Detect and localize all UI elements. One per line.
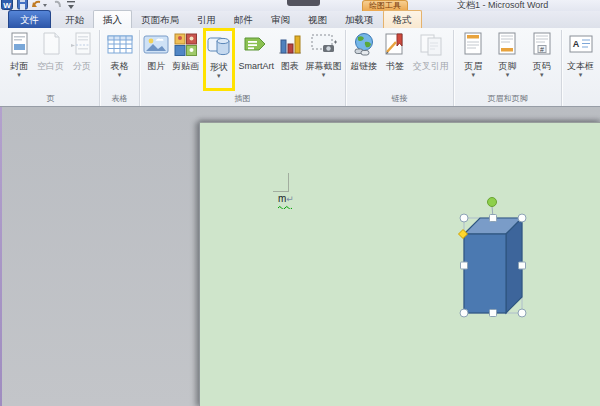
screenshot-icon [310, 32, 338, 59]
tab-page-layout[interactable]: 页面布局 [132, 11, 188, 28]
grammar-squiggle [278, 205, 292, 209]
cover-page-icon [7, 32, 31, 59]
page-break-icon [70, 32, 94, 59]
svg-text:W: W [3, 1, 11, 10]
ribbon: 封面 ▾ 空白页 . [0, 28, 600, 107]
paragraph-mark: ↵ [286, 194, 294, 204]
margin-crop-mark-vertical [288, 173, 289, 191]
cross-reference-button[interactable]: 交叉引用 . [413, 30, 449, 78]
ribbon-tab-row: 文件 开始 插入 页面布局 引用 邮件 审阅 视图 加载项 格式 [0, 11, 600, 28]
clip-art-icon [173, 32, 199, 59]
document-page[interactable]: m↵ [199, 122, 600, 406]
table-button[interactable]: 表格 ▾ [106, 30, 134, 78]
ribbon-group-text: A 文本框 ▾ 文档部件 [562, 30, 600, 106]
smartart-button[interactable]: SmartArt . [239, 30, 275, 78]
text-box-icon: A [568, 32, 594, 59]
blank-page-icon [39, 32, 63, 59]
customize-qat-icon[interactable] [66, 0, 76, 10]
bookmark-button[interactable]: 书签 . [382, 30, 408, 78]
chevron-down-icon: ▾ [118, 72, 122, 78]
footer-button[interactable]: 页脚 ▾ [495, 30, 519, 78]
group-label-header-footer: 页眉和页脚 [456, 92, 559, 106]
header-button[interactable]: 页眉 ▾ [461, 30, 485, 78]
tab-home[interactable]: 开始 [56, 11, 93, 28]
group-label-tables: 表格 [102, 92, 137, 106]
undo-icon[interactable] [32, 0, 48, 10]
page-number-icon: # [530, 32, 554, 59]
smartart-icon [243, 32, 269, 59]
group-label-illustrations: 插图 [142, 92, 343, 106]
blank-page-button[interactable]: 空白页 . [37, 30, 64, 78]
text-box-button[interactable]: A 文本框 ▾ [567, 30, 594, 78]
chart-icon [277, 32, 303, 59]
redo-icon[interactable] [52, 0, 62, 10]
save-icon[interactable] [17, 0, 28, 10]
chevron-down-icon: ▾ [540, 72, 544, 78]
word-window: W [0, 0, 600, 406]
cube-front-face [464, 234, 506, 313]
hyperlink-button[interactable]: 超链接 . [350, 30, 377, 78]
tab-mailings[interactable]: 邮件 [225, 11, 262, 28]
cube-shape-selected[interactable] [450, 193, 542, 325]
picture-icon [143, 32, 169, 59]
chevron-down-icon: ▾ [217, 73, 221, 79]
svg-text:#: # [540, 46, 544, 53]
window-fragment [287, 0, 320, 6]
margin-crop-mark-horizontal [273, 191, 289, 192]
cover-page-button[interactable]: 封面 ▾ [7, 30, 31, 78]
picture-button[interactable]: 图片 . [143, 30, 169, 78]
title-bar: W [0, 0, 600, 11]
ribbon-group-illustrations: 图片 . 剪贴画 [140, 30, 346, 106]
window-left-edge [0, 107, 2, 406]
group-label-pages: 页 [4, 92, 97, 106]
chevron-down-icon: ▾ [579, 72, 583, 78]
shapes-icon [206, 33, 232, 60]
tab-addins[interactable]: 加载项 [336, 11, 383, 28]
footer-icon [495, 32, 519, 59]
rotate-handle[interactable] [488, 198, 497, 207]
shapes-button[interactable]: 形状 ▾ [206, 31, 232, 88]
header-icon [461, 32, 485, 59]
document-area: m↵ [0, 107, 600, 406]
clip-art-button[interactable]: 剪贴画 . [172, 30, 199, 78]
word-logo-icon[interactable]: W [1, 0, 13, 10]
ribbon-group-links: 超链接 . 书签 . [346, 30, 454, 106]
tab-review[interactable]: 审阅 [262, 11, 299, 28]
ribbon-group-tables: 表格 ▾ 表格 [100, 30, 140, 106]
chevron-down-icon: ▾ [506, 72, 510, 78]
svg-text:A: A [572, 39, 579, 49]
window-title: 文档1 - Microsoft Word [457, 0, 548, 11]
chevron-down-icon: ▾ [471, 72, 475, 78]
chart-button[interactable]: 图表 . [277, 30, 303, 78]
cross-reference-icon [418, 32, 444, 59]
page-number-button[interactable]: # 页码 ▾ [530, 30, 554, 78]
tab-format[interactable]: 格式 [383, 10, 422, 28]
screenshot-button[interactable]: 屏幕截图 ▾ [306, 30, 342, 78]
tab-view[interactable]: 视图 [299, 11, 336, 28]
chevron-down-icon: ▾ [17, 72, 21, 78]
tab-file[interactable]: 文件 [8, 10, 51, 28]
table-icon [106, 32, 134, 59]
group-label-text [564, 101, 600, 106]
bookmark-icon [382, 32, 408, 59]
tab-references[interactable]: 引用 [188, 11, 225, 28]
hyperlink-icon [351, 32, 377, 59]
chevron-down-icon: ▾ [322, 72, 326, 78]
ribbon-group-header-footer: 页眉 ▾ 页脚 ▾ [454, 30, 562, 106]
group-label-links: 链接 [348, 92, 451, 106]
document-text[interactable]: m↵ [278, 193, 294, 205]
page-break-button[interactable]: 分页 . [70, 30, 94, 78]
ribbon-group-pages: 封面 ▾ 空白页 . [2, 30, 100, 106]
tab-insert[interactable]: 插入 [93, 10, 132, 28]
